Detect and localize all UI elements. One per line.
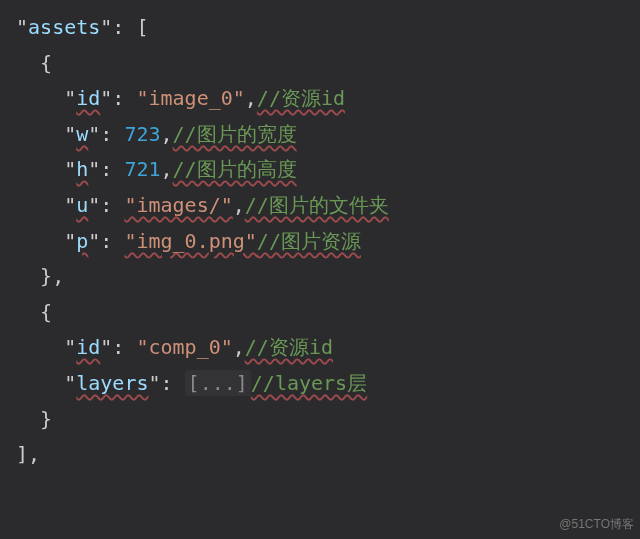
val-721: 721	[124, 157, 160, 181]
open-quote: "	[64, 122, 76, 146]
comment: //资源id	[245, 335, 333, 359]
open-quote: "	[64, 229, 76, 253]
line-id-1: "id": "image_0",//资源id	[16, 81, 624, 117]
line-brace-open: {	[16, 46, 624, 82]
key-w: w	[76, 122, 88, 146]
key-p: p	[76, 229, 88, 253]
line-w: "w": 723,//图片的宽度	[16, 117, 624, 153]
line-id-2: "id": "comp_0",//资源id	[16, 330, 624, 366]
key-assets: assets	[28, 15, 100, 39]
bracket-open: [	[136, 15, 148, 39]
colon: ":	[100, 86, 136, 110]
watermark: @51CTO博客	[559, 514, 634, 535]
line-bracket-close: ],	[16, 437, 624, 473]
val-images: "images/"	[124, 193, 232, 217]
bracket-close: ],	[16, 442, 40, 466]
comma: ,	[233, 193, 245, 217]
colon: ":	[148, 371, 184, 395]
val-image_0: "image_0"	[136, 86, 244, 110]
colon: ":	[88, 229, 124, 253]
comment: //图片资源	[257, 229, 361, 253]
colon: ":	[100, 335, 136, 359]
code-block: "assets": [ { "id": "image_0",//资源id "w"…	[16, 10, 624, 473]
val-img0png: "img_0.png"	[124, 229, 256, 253]
comma: ,	[161, 122, 173, 146]
open-quote: "	[64, 335, 76, 359]
open-quote: "	[64, 157, 76, 181]
val-comp0: "comp_0"	[136, 335, 232, 359]
key-id: id	[76, 335, 100, 359]
comment: //图片的文件夹	[245, 193, 389, 217]
comment: //图片的宽度	[173, 122, 297, 146]
open-quote: "	[64, 371, 76, 395]
key-layers: layers	[76, 371, 148, 395]
key-id: id	[76, 86, 100, 110]
brace-open: {	[40, 300, 52, 324]
line-p: "p": "img_0.png"//图片资源	[16, 224, 624, 260]
line-h: "h": 721,//图片的高度	[16, 152, 624, 188]
quote: "	[16, 15, 28, 39]
colon: ":	[88, 157, 124, 181]
folded-ellipsis[interactable]: [...]	[185, 370, 251, 396]
brace-close: },	[40, 264, 64, 288]
line-assets-open: "assets": [	[16, 10, 624, 46]
comma: ,	[245, 86, 257, 110]
colon: ":	[88, 122, 124, 146]
line-brace-open-2: {	[16, 295, 624, 331]
line-brace-close-2: }	[16, 402, 624, 438]
quote-colon: ":	[100, 15, 136, 39]
open-quote: "	[64, 193, 76, 217]
comma: ,	[233, 335, 245, 359]
open-quote: "	[64, 86, 76, 110]
brace-close: }	[40, 407, 52, 431]
key-u: u	[76, 193, 88, 217]
val-723: 723	[124, 122, 160, 146]
line-u: "u": "images/",//图片的文件夹	[16, 188, 624, 224]
key-h: h	[76, 157, 88, 181]
line-layers: "layers": [...]//layers层	[16, 366, 624, 402]
comment: //图片的高度	[173, 157, 297, 181]
comma: ,	[161, 157, 173, 181]
comment: //layers层	[251, 371, 367, 395]
line-brace-close-1: },	[16, 259, 624, 295]
comment: //资源id	[257, 86, 345, 110]
brace-open: {	[40, 51, 52, 75]
colon: ":	[88, 193, 124, 217]
